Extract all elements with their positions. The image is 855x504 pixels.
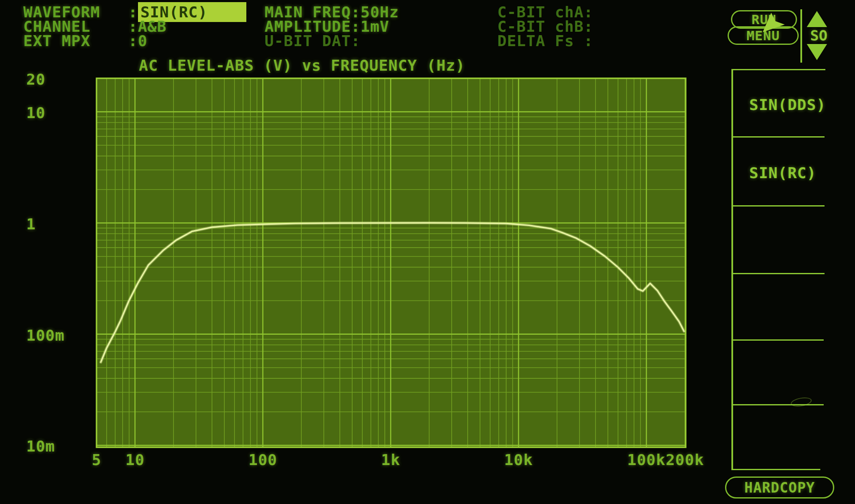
- x-tick-label: 10k: [504, 451, 533, 468]
- scroll-page-label: SO: [810, 27, 827, 44]
- param-c-bit-cha: C-BIT chA:: [497, 5, 593, 19]
- param-value-ext-mpx[interactable]: 0: [138, 32, 148, 50]
- audio-analyzer-screen: WAVEFORM:SIN(RC) CHANNEL:A&B EXT MPX:0 M…: [0, 0, 855, 504]
- param-ext-mpx: EXT MPX:0: [23, 34, 147, 48]
- param-label: U-BIT DAT: [265, 32, 351, 50]
- param-u-bit-dat: U-BIT DAT:: [265, 34, 361, 48]
- param-main-freq: MAIN FREQ:50Hz: [265, 5, 399, 19]
- param-channel: CHANNEL:A&B: [23, 19, 167, 34]
- chart-title: AC LEVEL-ABS (V) vs FREQUENCY (Hz): [139, 57, 465, 74]
- param-label: DELTA Fs: [497, 32, 584, 50]
- y-tick-label: 100m: [26, 327, 65, 344]
- softkey-label: SIN(RC): [749, 164, 816, 182]
- param-value-amplitude[interactable]: 1mV: [361, 18, 389, 35]
- softkey-label: SIN(DDS): [749, 96, 826, 113]
- param-label: WAVEFORM: [23, 5, 128, 19]
- x-tick-label: 1k: [381, 451, 400, 468]
- softkey-5[interactable]: [732, 339, 825, 404]
- softkey-3[interactable]: [732, 205, 825, 273]
- param-waveform: WAVEFORM:SIN(RC): [23, 5, 246, 19]
- y-tick-label: 20: [26, 71, 45, 88]
- param-label: EXT MPX: [23, 34, 128, 48]
- scroll-up-icon[interactable]: [807, 11, 827, 27]
- softkey-4[interactable]: [732, 273, 825, 339]
- hardcopy-button[interactable]: HARDCOPY: [725, 476, 834, 498]
- x-tick-label: 100: [248, 451, 277, 468]
- hardcopy-button-label: HARDCOPY: [745, 479, 815, 496]
- colon: :: [584, 32, 593, 50]
- param-amplitude: AMPLITUDE:1mV: [265, 19, 389, 34]
- frequency-response-plot: [0, 0, 855, 504]
- softkey-divider: [731, 469, 820, 470]
- colon: :: [128, 32, 138, 50]
- y-tick-label: 10m: [26, 438, 55, 455]
- param-label: CHANNEL: [23, 19, 128, 34]
- softkey-sin-rc[interactable]: SIN(RC): [732, 136, 825, 205]
- scroll-down-icon[interactable]: [807, 44, 827, 60]
- x-tick-label: 5: [92, 451, 102, 468]
- x-tick-label: 100k: [627, 451, 666, 468]
- y-tick-label: 10: [26, 104, 45, 121]
- x-tick-label: 200k: [666, 451, 704, 468]
- pointer-cursor-icon: [761, 11, 786, 35]
- param-delta-fs: DELTA Fs :: [497, 34, 593, 48]
- x-tick-label: 10: [125, 451, 144, 468]
- softkey-sin-dds[interactable]: SIN(DDS): [732, 70, 825, 136]
- param-c-bit-chb: C-BIT chB:: [497, 19, 593, 34]
- colon: :: [351, 32, 361, 50]
- scroll-separator: [800, 9, 802, 63]
- y-tick-label: 1: [26, 215, 36, 233]
- softkey-6[interactable]: [732, 404, 825, 469]
